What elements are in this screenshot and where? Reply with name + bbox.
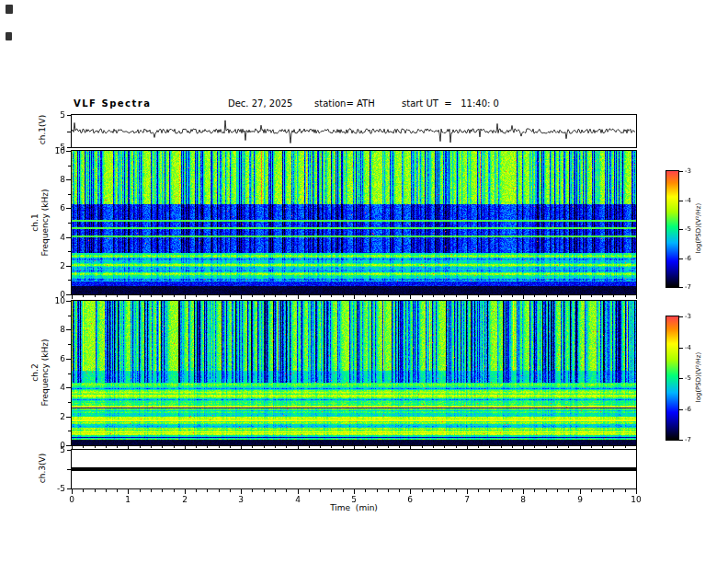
tick-mark	[534, 295, 535, 297]
tick-mark	[68, 166, 71, 167]
tick-mark	[298, 446, 299, 450]
tick-mark	[264, 295, 265, 297]
tick-mark	[185, 446, 186, 450]
tick-mark	[591, 295, 592, 297]
tick-mark	[68, 373, 71, 374]
tick-mark	[185, 295, 186, 299]
tick-mark	[320, 295, 321, 297]
tick-mark	[331, 446, 332, 448]
tick-mark	[388, 489, 389, 492]
tick-mark	[580, 446, 581, 450]
tick-mark	[106, 446, 107, 448]
tick-mark	[68, 194, 71, 195]
tick-mark	[241, 489, 242, 494]
tick-mark	[66, 208, 71, 209]
tick-mark	[241, 295, 242, 299]
date-label: Dec. 27, 2025	[228, 98, 292, 109]
tick-mark	[95, 489, 96, 492]
tick-mark	[264, 446, 265, 448]
tick-mark	[613, 295, 614, 297]
tick-mark	[478, 295, 479, 297]
tick-mark	[343, 295, 344, 297]
tick-mark	[388, 295, 389, 297]
tick-mark	[422, 295, 423, 297]
tick-mark	[117, 446, 118, 448]
tick-mark	[625, 489, 626, 492]
tick-mark	[72, 295, 73, 299]
tick-mark	[68, 316, 71, 316]
tick-mark	[83, 489, 84, 492]
tick-mark	[320, 446, 321, 448]
tick-mark	[433, 295, 434, 297]
tick-mark	[241, 446, 242, 450]
tick-mark	[534, 446, 535, 448]
tick-mark	[196, 489, 197, 492]
tick-mark	[298, 295, 299, 299]
tick-mark	[151, 489, 152, 492]
tick-mark	[580, 489, 581, 494]
ch1-spectrogram-canvas	[72, 151, 636, 294]
tick-mark	[72, 489, 73, 494]
tick-mark	[679, 171, 683, 172]
colorbar-ch1-canvas	[666, 171, 678, 287]
tick-mark	[377, 489, 378, 492]
tick-mark	[128, 295, 129, 299]
tick-mark	[66, 151, 71, 152]
tick-mark	[275, 295, 276, 297]
tick-mark	[252, 295, 253, 297]
ch2-spectrogram-canvas	[72, 301, 636, 445]
tick-mark	[95, 295, 96, 297]
tick-mark	[625, 295, 626, 297]
tick-mark	[66, 294, 71, 295]
tick-mark	[399, 295, 400, 297]
tick-mark	[467, 489, 468, 494]
tick-mark	[625, 446, 626, 448]
tick-mark	[309, 489, 310, 492]
tick-mark	[679, 440, 683, 441]
tick-mark	[478, 489, 479, 492]
ch3-waveform-canvas	[72, 450, 636, 488]
tick-mark	[275, 446, 276, 448]
tick-mark	[68, 402, 71, 403]
tick-mark	[467, 295, 468, 299]
tick-mark	[602, 295, 603, 297]
tick-mark	[377, 446, 378, 448]
tick-mark	[72, 446, 73, 450]
tick-mark	[185, 489, 186, 494]
ch1-waveform-canvas	[72, 115, 636, 147]
tick-mark	[456, 489, 457, 492]
tick-mark	[546, 295, 547, 297]
tick-label: -7	[685, 283, 691, 291]
tick-mark	[140, 295, 141, 297]
tick-label: 4	[295, 495, 301, 504]
tick-label: 5	[40, 110, 65, 120]
tick-mark	[174, 295, 175, 297]
tick-label: -5	[685, 374, 691, 382]
tick-mark	[679, 201, 683, 201]
tick-mark	[534, 489, 535, 492]
tick-mark	[679, 348, 683, 349]
tick-mark	[66, 179, 71, 180]
tick-label: -5	[40, 143, 65, 152]
tick-mark	[66, 329, 71, 330]
tick-mark	[613, 446, 614, 448]
tick-mark	[377, 295, 378, 297]
tick-mark	[219, 446, 220, 448]
tick-mark	[602, 446, 603, 448]
tick-mark	[512, 489, 513, 492]
tick-mark	[546, 489, 547, 492]
tick-mark	[388, 446, 389, 448]
tick-mark	[613, 489, 614, 492]
tick-mark	[679, 316, 683, 317]
tick-mark	[580, 295, 581, 299]
tick-mark	[67, 469, 71, 470]
tick-label: -3	[685, 313, 691, 320]
tick-mark	[174, 446, 175, 448]
tick-label: -4	[685, 344, 691, 351]
tick-mark	[66, 417, 71, 418]
tick-mark	[207, 446, 208, 448]
tick-mark	[602, 489, 603, 492]
tick-label: -4	[685, 197, 691, 204]
tick-mark	[68, 344, 71, 345]
tick-label: 5	[40, 445, 65, 454]
